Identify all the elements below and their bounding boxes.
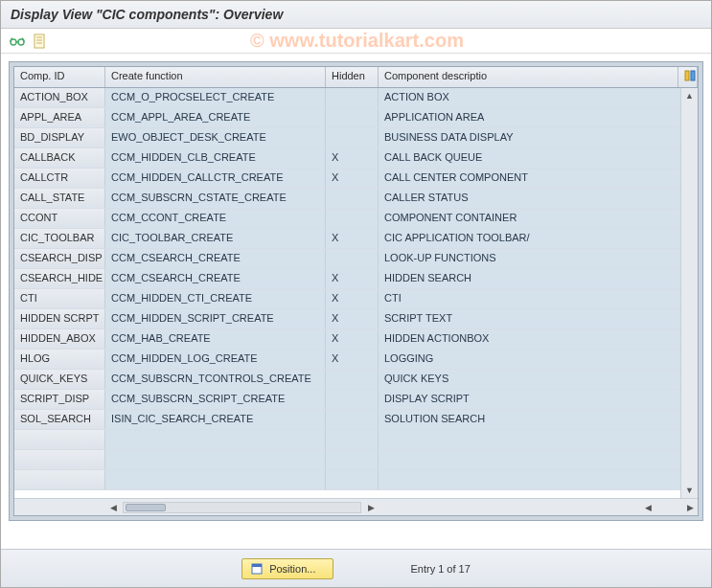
- cell-hidden: [326, 209, 379, 228]
- row-header-cell[interactable]: SCRIPT_DISP: [14, 390, 105, 409]
- cell-create-function: ISIN_CIC_SEARCH_CREATE: [105, 410, 326, 429]
- scroll-up-icon[interactable]: ▲: [681, 88, 698, 103]
- cell-hidden: X: [326, 169, 379, 188]
- table-row: CSEARCH_DISPCCM_CSEARCH_CREATELOOK-UP FU…: [14, 249, 698, 269]
- cell-create-function: CCM_APPL_AREA_CREATE: [105, 108, 326, 127]
- row-header-cell[interactable]: CALLCTR: [14, 169, 105, 188]
- cell-hidden: X: [326, 329, 379, 349]
- table-row: HIDDEN SCRPTCCM_HIDDEN_SCRIPT_CREATEXSCR…: [14, 309, 698, 329]
- table-row: SCRIPT_DISPCCM_SUBSCRN_SCRIPT_CREATEDISP…: [14, 390, 698, 410]
- cell-description: LOOK-UP FUNCTIONS: [379, 249, 698, 268]
- cell-create-function: CCM_CCONT_CREATE: [105, 209, 326, 228]
- row-header-cell[interactable]: CSEARCH_HIDE: [14, 269, 105, 288]
- cell-description: CIC APPLICATION TOOLBAR/: [379, 229, 698, 248]
- cell-create-function: [105, 470, 326, 489]
- cell-create-function: [105, 430, 326, 449]
- cell-hidden: X: [326, 309, 379, 328]
- cell-hidden: [326, 370, 379, 389]
- column-header-description[interactable]: Component descriptio: [379, 67, 678, 87]
- row-header-cell[interactable]: QUICK_KEYS: [14, 370, 105, 389]
- table-row: CIC_TOOLBARCIC_TOOLBAR_CREATEXCIC APPLIC…: [14, 229, 698, 249]
- cell-create-function: CCM_SUBSCRN_SCRIPT_CREATE: [105, 390, 326, 409]
- scroll-left-icon[interactable]: ◀: [105, 503, 121, 512]
- table-row: HIDDEN_ABOXCCM_HAB_CREATEXHIDDEN ACTIONB…: [14, 329, 698, 350]
- cell-description: CALLER STATUS: [379, 189, 698, 208]
- cell-hidden: [326, 189, 379, 208]
- row-header-cell[interactable]: [14, 430, 105, 449]
- row-header-cell[interactable]: SOL_SEARCH: [14, 410, 105, 429]
- cell-create-function: CCM_O_PROCSELECT_CREATE: [105, 88, 326, 107]
- table-row: SOL_SEARCHISIN_CIC_SEARCH_CREATESOLUTION…: [14, 410, 698, 430]
- scroll-right-icon[interactable]: ▶: [363, 503, 379, 512]
- cell-create-function: EWO_OBJECT_DESK_CREATE: [105, 128, 326, 147]
- cell-hidden: [326, 108, 379, 127]
- row-header-cell[interactable]: ACTION_BOX: [14, 88, 105, 107]
- row-header-cell[interactable]: CIC_TOOLBAR: [14, 229, 105, 248]
- svg-rect-7: [691, 71, 695, 80]
- row-header-cell[interactable]: CALL_STATE: [14, 189, 105, 208]
- row-header-cell[interactable]: CALLBACK: [14, 148, 105, 168]
- cell-description: CALL BACK QUEUE: [379, 148, 698, 168]
- row-header-cell[interactable]: [14, 450, 105, 469]
- entry-counter: Entry 1 of 17: [410, 563, 470, 575]
- cell-hidden: X: [326, 289, 379, 308]
- row-header-cell[interactable]: HIDDEN SCRPT: [14, 309, 105, 328]
- cell-create-function: CIC_TOOLBAR_CREATE: [105, 229, 326, 248]
- svg-rect-2: [34, 34, 44, 48]
- table-row: HLOGCCM_HIDDEN_LOG_CREATEXLOGGING: [14, 350, 698, 370]
- scroll-left2-icon[interactable]: ◀: [640, 503, 655, 512]
- cell-description: SCRIPT TEXT: [379, 309, 698, 328]
- cell-description: DISPLAY SCRIPT: [379, 390, 698, 409]
- horizontal-scrollbar: ◀ ▶ ◀ ▶: [14, 498, 698, 515]
- row-header-cell[interactable]: BD_DISPLAY: [14, 128, 105, 147]
- footer-bar: Position... Entry 1 of 17: [1, 549, 711, 587]
- cell-create-function: CCM_CSEARCH_CREATE: [105, 249, 326, 268]
- cell-hidden: [326, 410, 379, 429]
- table-row: ACTION_BOXCCM_O_PROCSELECT_CREATEACTION …: [14, 88, 698, 108]
- cell-create-function: CCM_HAB_CREATE: [105, 329, 326, 349]
- table-row: BD_DISPLAYEWO_OBJECT_DESK_CREATEBUSINESS…: [14, 128, 698, 148]
- cell-description: BUSINESS DATA DISPLAY: [379, 128, 698, 147]
- column-header-create-function[interactable]: Create function: [105, 67, 326, 87]
- cell-create-function: CCM_CSEARCH_CREATE: [105, 269, 326, 288]
- cell-description: CALL CENTER COMPONENT: [379, 169, 698, 188]
- cell-hidden: [326, 450, 379, 469]
- vertical-scrollbar[interactable]: ▲ ▼: [680, 88, 698, 498]
- cell-description: HIDDEN SEARCH: [379, 269, 698, 288]
- cell-description: HIDDEN ACTIONBOX: [379, 329, 698, 349]
- cell-description: LOGGING: [379, 350, 698, 369]
- hscroll-track[interactable]: [123, 502, 361, 513]
- table-row: CSEARCH_HIDECCM_CSEARCH_CREATEXHIDDEN SE…: [14, 269, 698, 289]
- position-button[interactable]: Position...: [241, 558, 333, 579]
- row-header-cell[interactable]: HLOG: [14, 350, 105, 369]
- row-header-cell[interactable]: [14, 470, 105, 489]
- column-header-comp-id[interactable]: Comp. ID: [14, 67, 105, 87]
- cell-create-function: CCM_HIDDEN_LOG_CREATE: [105, 350, 326, 369]
- row-header-cell[interactable]: APPL_AREA: [14, 108, 105, 127]
- table-header: Comp. ID Create function Hidden Componen…: [14, 67, 698, 88]
- cell-create-function: CCM_HIDDEN_SCRIPT_CREATE: [105, 309, 326, 328]
- table-row: CCONTCCM_CCONT_CREATECOMPONENT CONTAINER: [14, 209, 698, 229]
- cell-description: QUICK KEYS: [379, 370, 698, 389]
- row-header-cell[interactable]: CCONT: [14, 209, 105, 228]
- table-row: APPL_AREACCM_APPL_AREA_CREATEAPPLICATION…: [14, 108, 698, 128]
- row-header-cell[interactable]: HIDDEN_ABOX: [14, 329, 105, 349]
- row-header-cell[interactable]: CTI: [14, 289, 105, 308]
- glasses-icon[interactable]: [9, 33, 26, 50]
- cell-description: [379, 430, 698, 449]
- configure-columns-icon[interactable]: [678, 67, 698, 87]
- column-header-hidden[interactable]: Hidden: [326, 67, 379, 87]
- cell-hidden: [326, 390, 379, 409]
- cell-hidden: [326, 470, 379, 489]
- cell-description: COMPONENT CONTAINER: [379, 209, 698, 228]
- table-row: CALLBACKCCM_HIDDEN_CLB_CREATEXCALL BACK …: [14, 148, 698, 169]
- scroll-down-icon[interactable]: ▼: [681, 483, 698, 498]
- hscroll-thumb[interactable]: [126, 504, 166, 511]
- table-row: CALLCTRCCM_HIDDEN_CALLCTR_CREATEXCALL CE…: [14, 169, 698, 189]
- scroll-right2-icon[interactable]: ▶: [682, 503, 698, 512]
- position-button-label: Position...: [269, 563, 315, 575]
- cell-description: SOLUTION SEARCH: [379, 410, 698, 429]
- cell-hidden: [326, 128, 379, 147]
- table-contents-icon[interactable]: [32, 33, 49, 50]
- row-header-cell[interactable]: CSEARCH_DISP: [14, 249, 105, 268]
